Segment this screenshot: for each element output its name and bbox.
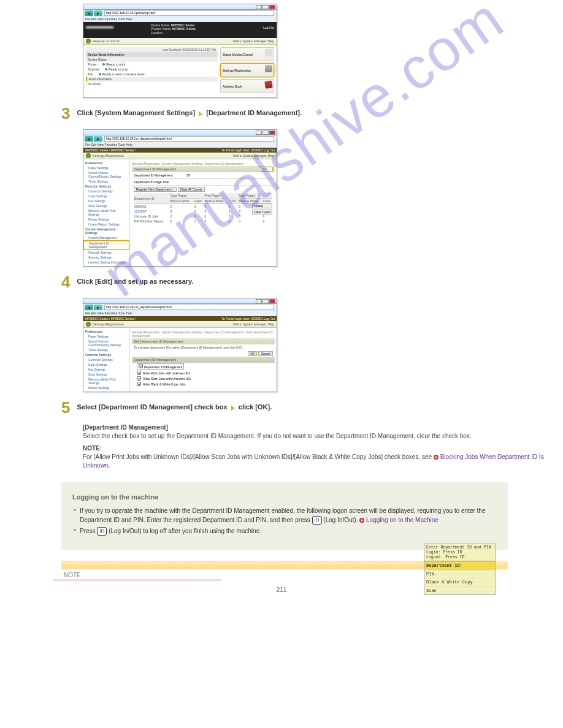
- device-basic-info-header: Device Basic Information: [86, 52, 218, 57]
- divider: [53, 580, 221, 580]
- step-3: 3 Click [System Management Settings] [De…: [61, 104, 563, 123]
- back-icon: ◄: [85, 10, 93, 16]
- error-info-header: Error Information: [86, 77, 218, 82]
- logout-link: Log Out: [263, 26, 274, 29]
- portal-bar: Remote UI: Portal Mail to System Manager…: [83, 38, 277, 45]
- substep-text: Select the check box to set up the Depar…: [83, 433, 472, 439]
- id-key-icon: ID: [97, 527, 107, 536]
- logging-on-link[interactable]: Logging on to the Machine: [366, 517, 439, 523]
- screenshot-dept-id-management: ◄► http://192.168.10.241/m_department/de…: [83, 129, 277, 267]
- max-icon: [262, 5, 269, 9]
- screenshot-edit-dept-id: ◄► http://192.168.10.241/m_department/de…: [83, 298, 277, 392]
- settings-icon: [265, 65, 272, 72]
- settings-registration-box: Settings/Registration: [220, 63, 274, 77]
- nav-dept-id-management: Department ID Management: [83, 240, 129, 250]
- info-box: Logging on to the machine If you try to …: [61, 482, 508, 550]
- min-icon: [256, 5, 262, 9]
- status-monitor-box: Status Monitor/Cancel: [220, 47, 274, 61]
- gear-icon: [86, 39, 91, 44]
- ok-button: OK: [248, 351, 257, 356]
- browser-navbar: ◄ ► http://192.168.10.241/portal/top.htm…: [83, 10, 277, 17]
- substep-item: [Department ID Management]: [83, 424, 168, 431]
- window-titlebar: [83, 4, 277, 10]
- device-header: ▬▬▬▬▬ Device Name: MF8500C Series Produc…: [83, 22, 277, 38]
- delete-button: Delete: [252, 203, 272, 208]
- last-updated: Last Updated: 03/05/2013 11:19:57 AM: [86, 47, 218, 52]
- arrow-icon: [199, 112, 202, 116]
- infobox-title: Logging on to the machine: [72, 492, 497, 502]
- id-key-icon: ID: [312, 516, 322, 525]
- address-bar: http://192.168.10.241/portal/top.html: [104, 10, 274, 16]
- arrow-icon: [231, 406, 235, 411]
- link-arrow-icon: [434, 455, 439, 460]
- close-icon: [269, 5, 275, 9]
- error-info: No errors.: [86, 82, 218, 86]
- address-book-box: Address Book: [220, 79, 274, 93]
- dept-id-mgmt-checkbox: Department ID Management: [132, 363, 275, 370]
- monitor-icon: [265, 49, 272, 56]
- clear-count-button: Clear Count: [252, 210, 272, 214]
- forward-icon: ►: [94, 10, 102, 16]
- panel-title: Department ID Management Edit...: [132, 166, 275, 172]
- lcd-panel: Enter Department ID and PIN Login: Press…: [424, 544, 496, 595]
- register-new-dept-button: Register New Department...: [134, 187, 177, 192]
- device-status-header: Device Status: [86, 57, 218, 62]
- browser-menubar: File Edit View Favorites Tools Help: [83, 17, 277, 22]
- breadcrumb: Settings/Registration: System Management…: [132, 161, 275, 166]
- cancel-button: Cancel: [258, 351, 273, 356]
- dept-table: Department ID Copy Pages Print Pages Sca…: [134, 193, 272, 224]
- step-5: 5 Select [Department ID Management] chec…: [61, 398, 563, 417]
- lcd-dept-id-row: Department ID:: [424, 561, 495, 570]
- settings-nav: Preferences Paper Settings Sound Volume …: [83, 159, 130, 266]
- clear-all-counts-button: Clear All Counts: [178, 187, 205, 192]
- step-number: 3: [61, 104, 70, 123]
- step-4: 4 Click [Edit] and set up as necessary.: [61, 273, 563, 292]
- book-icon: [264, 80, 273, 89]
- screenshot-remote-ui-portal: ◄ ► http://192.168.10.241/portal/top.htm…: [83, 4, 277, 98]
- edit-button: Edit...: [259, 167, 273, 172]
- link-arrow-icon: [359, 518, 364, 523]
